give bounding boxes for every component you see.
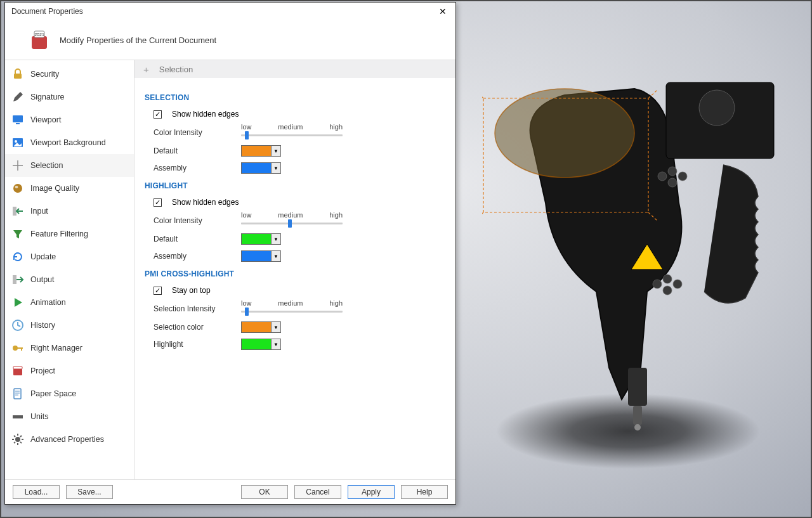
- sidebar-item-label: Update: [30, 252, 56, 261]
- sphere-icon: [11, 182, 24, 195]
- sidebar-item-label: Input: [30, 207, 48, 216]
- ok-button[interactable]: OK: [241, 485, 288, 499]
- save-button[interactable]: Save...: [66, 485, 113, 499]
- category-sidebar: SecuritySignatureViewportViewport Backgr…: [5, 60, 134, 479]
- sidebar-item-label: Viewport: [30, 115, 61, 124]
- svg-rect-32: [21, 347, 22, 351]
- svg-rect-36: [13, 415, 23, 418]
- sidebar-item-label: Feature Filtering: [30, 230, 88, 238]
- dialog-footer: Load... Save... OK Cancel Apply Help: [5, 480, 455, 504]
- svg-rect-22: [16, 123, 20, 124]
- page-icon: [11, 387, 24, 400]
- chevron-down-icon[interactable]: ▼: [272, 321, 281, 333]
- pmi-highlight-color[interactable]: ▼: [241, 339, 281, 350]
- content-panel: + Selection SELECTION Show hidden edges …: [134, 60, 455, 479]
- sidebar-item-security[interactable]: Security: [5, 63, 134, 86]
- selection-assembly-label: Assembly: [154, 164, 235, 172]
- cancel-button[interactable]: Cancel: [294, 485, 341, 499]
- chevron-down-icon[interactable]: ▼: [272, 162, 281, 174]
- highlight-assembly-color[interactable]: ▼: [241, 250, 281, 262]
- sidebar-item-viewport[interactable]: Viewport: [5, 108, 134, 131]
- monitor-icon: [11, 113, 24, 126]
- chevron-down-icon[interactable]: ▼: [272, 339, 281, 350]
- sidebar-item-history[interactable]: History: [5, 314, 134, 337]
- sidebar-item-label: Viewport Background: [30, 138, 106, 147]
- apply-button[interactable]: Apply: [348, 485, 395, 499]
- document-properties-dialog: Document Properties ✕ 2021 Modify Proper…: [4, 2, 456, 505]
- sidebar-item-label: Advanced Properties: [30, 435, 104, 444]
- chevron-down-icon[interactable]: ▼: [272, 145, 281, 157]
- sidebar-item-label: Units: [30, 412, 48, 421]
- chevron-down-icon[interactable]: ▼: [272, 233, 281, 245]
- refresh-icon: [11, 250, 24, 263]
- svg-rect-21: [13, 115, 23, 122]
- close-button[interactable]: ✕: [434, 4, 452, 18]
- highlight-show-hidden-label: Show hidden edges: [172, 198, 239, 207]
- image-icon: [11, 136, 24, 149]
- chevron-down-icon[interactable]: ▼: [272, 250, 281, 262]
- sidebar-item-feature-filtering[interactable]: Feature Filtering: [5, 223, 134, 245]
- sidebar-item-output[interactable]: Output: [5, 268, 134, 291]
- svg-rect-28: [13, 275, 16, 284]
- load-button[interactable]: Load...: [13, 485, 60, 499]
- sidebar-item-selection[interactable]: Selection: [5, 154, 134, 177]
- sidebar-item-label: Selection: [30, 161, 63, 170]
- selection-intensity-label: Color Intensity: [154, 128, 235, 137]
- svg-rect-33: [13, 368, 22, 375]
- document-properties-icon: 2021: [28, 29, 51, 51]
- pmi-highlight-label: Highlight: [154, 340, 235, 349]
- svg-text:2021: 2021: [34, 32, 44, 37]
- sidebar-item-units[interactable]: Units: [5, 405, 134, 428]
- sidebar-item-paper-space[interactable]: Paper Space: [5, 382, 134, 405]
- highlight-intensity-label: Color Intensity: [154, 216, 235, 225]
- sidebar-item-input[interactable]: Input: [5, 200, 134, 223]
- sidebar-item-viewport-background[interactable]: Viewport Background: [5, 131, 134, 154]
- selection-assembly-color[interactable]: ▼: [241, 162, 281, 174]
- sidebar-item-label: Right Manager: [30, 344, 82, 353]
- pmi-intensity-label: Selection Intensity: [154, 304, 235, 313]
- pmi-selection-color-label: Selection color: [154, 323, 235, 332]
- highlight-default-color[interactable]: ▼: [241, 233, 281, 245]
- sidebar-item-right-manager[interactable]: Right Manager: [5, 337, 134, 359]
- sidebar-item-animation[interactable]: Animation: [5, 291, 134, 314]
- sidebar-item-label: Image Quality: [30, 184, 79, 193]
- arrow-in-icon: [11, 205, 24, 217]
- sidebar-item-label: History: [30, 321, 55, 330]
- pmi-selection-color[interactable]: ▼: [241, 321, 281, 333]
- sidebar-item-label: Animation: [30, 298, 66, 307]
- plus-icon: +: [143, 64, 149, 75]
- section-title: Selection: [159, 65, 193, 74]
- highlight-show-hidden-checkbox[interactable]: [154, 198, 162, 207]
- pmi-intensity-slider[interactable]: lowmediumhigh: [241, 301, 343, 317]
- sidebar-item-label: Security: [30, 70, 59, 79]
- sidebar-item-image-quality[interactable]: Image Quality: [5, 177, 134, 200]
- selection-show-hidden-checkbox[interactable]: [154, 110, 162, 119]
- sidebar-item-advanced-properties[interactable]: Advanced Properties: [5, 428, 134, 451]
- svg-point-24: [15, 140, 17, 143]
- section-header: + Selection: [134, 60, 455, 78]
- sidebar-item-label: Output: [30, 275, 55, 284]
- pmi-stay-on-top-label: Stay on top: [172, 286, 211, 295]
- sidebar-item-project[interactable]: Project: [5, 359, 134, 382]
- sidebar-item-label: Signature: [30, 93, 65, 101]
- highlight-intensity-slider[interactable]: lowmediumhigh: [241, 212, 343, 229]
- package-icon: [11, 365, 24, 377]
- sidebar-item-label: Paper Space: [30, 389, 76, 398]
- key-icon: [11, 342, 24, 354]
- selection-default-color[interactable]: ▼: [241, 145, 281, 157]
- help-button[interactable]: Help: [401, 485, 448, 499]
- close-icon: ✕: [439, 6, 447, 16]
- highlight-default-label: Default: [154, 235, 235, 243]
- pmi-stay-on-top-checkbox[interactable]: [154, 287, 162, 295]
- lock-icon: [11, 68, 24, 81]
- dialog-header: 2021 Modify Properties of the Current Do…: [5, 20, 455, 60]
- selection-default-label: Default: [154, 146, 235, 155]
- svg-point-37: [15, 437, 20, 442]
- svg-rect-35: [14, 389, 21, 399]
- gear-icon: [11, 433, 24, 446]
- ruler-icon: [11, 410, 24, 423]
- sidebar-item-update[interactable]: Update: [5, 245, 134, 268]
- sidebar-item-signature[interactable]: Signature: [5, 86, 134, 108]
- selection-intensity-slider[interactable]: lowmediumhigh: [241, 124, 343, 141]
- pen-icon: [11, 91, 24, 103]
